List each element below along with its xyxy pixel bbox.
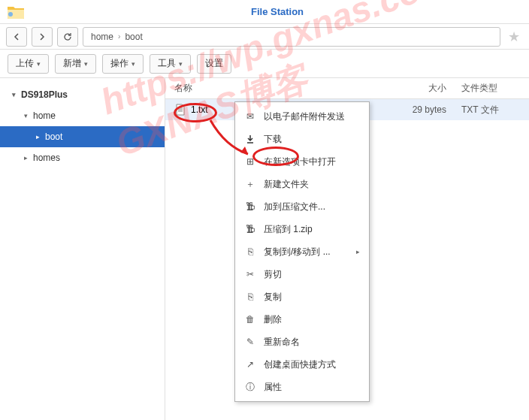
menu-shortcut[interactable]: ↗创建桌面快捷方式 xyxy=(235,353,369,376)
column-type[interactable]: 文件类型 xyxy=(454,82,529,95)
tree-root[interactable]: ▾ DS918Plus xyxy=(0,84,165,105)
tree-boot[interactable]: ▸ boot xyxy=(0,126,165,147)
app-title: File Station xyxy=(26,6,529,17)
archive-icon: 🗜 xyxy=(244,201,256,213)
chevron-right-icon: › xyxy=(118,32,120,41)
menu-rename[interactable]: ✎重新命名 xyxy=(235,331,369,353)
back-button[interactable] xyxy=(6,27,27,47)
tools-button[interactable]: 工具▾ xyxy=(150,54,191,74)
trash-icon: 🗑 xyxy=(244,313,256,325)
download-icon xyxy=(244,133,256,145)
plus-box-icon: ⊞ xyxy=(244,156,256,168)
text-file-icon xyxy=(174,104,186,116)
new-button[interactable]: 新增▾ xyxy=(55,54,96,74)
file-list: 名称 大小 文件类型 1.txt 29 bytes TXT 文件 ✉以电子邮件附… xyxy=(165,78,529,420)
menu-copy[interactable]: ⎘复制 xyxy=(235,286,369,308)
cut-icon: ✂ xyxy=(244,268,256,280)
chevron-right-icon: ▸ xyxy=(356,248,360,255)
chevron-right-icon: ▸ xyxy=(33,133,42,141)
menu-open-new-tab[interactable]: ⊞在新选项卡中打开 xyxy=(235,150,369,173)
tree-home[interactable]: ▾ home xyxy=(0,105,165,126)
file-size: 29 bytes xyxy=(394,104,454,115)
menu-cut[interactable]: ✂剪切 xyxy=(235,263,369,286)
menu-copy-move[interactable]: ⎘复制到/移动到 ...▸ xyxy=(235,240,369,263)
chevron-right-icon: ▸ xyxy=(21,154,30,162)
settings-button[interactable]: 设置 xyxy=(197,54,231,74)
menu-send-email[interactable]: ✉以电子邮件附件发送 xyxy=(235,105,369,128)
menu-add-archive[interactable]: 🗜加到压缩文件... xyxy=(235,195,369,218)
archive-icon: 🗜 xyxy=(244,223,256,235)
chevron-down-icon: ▾ xyxy=(9,91,18,98)
plus-icon: ＋ xyxy=(244,178,256,190)
breadcrumb: home › boot xyxy=(83,27,500,47)
menu-compress-to[interactable]: 🗜压缩到 1.zip xyxy=(235,218,369,240)
star-icon[interactable]: ★ xyxy=(505,29,523,45)
link-icon: ↗ xyxy=(244,358,256,370)
column-name[interactable]: 名称 xyxy=(165,82,394,95)
move-icon: ⎘ xyxy=(244,246,256,258)
breadcrumb-boot[interactable]: boot xyxy=(125,32,142,42)
action-button[interactable]: 操作▾ xyxy=(102,54,144,74)
context-menu: ✉以电子邮件附件发送 下载 ⊞在新选项卡中打开 ＋新建文件夹 🗜加到压缩文件..… xyxy=(234,101,370,402)
app-folder-icon xyxy=(6,4,26,20)
svg-point-0 xyxy=(8,12,13,17)
menu-delete[interactable]: 🗑删除 xyxy=(235,308,369,331)
file-name: 1.txt xyxy=(191,104,208,115)
menu-download[interactable]: 下载 xyxy=(235,128,369,150)
upload-button[interactable]: 上传▾ xyxy=(8,54,49,74)
menu-properties[interactable]: ⓘ属性 xyxy=(235,376,369,398)
refresh-button[interactable] xyxy=(57,27,78,47)
copy-icon: ⎘ xyxy=(244,291,256,303)
mail-icon: ✉ xyxy=(244,110,256,122)
sidebar: ▾ DS918Plus ▾ home ▸ boot ▸ homes xyxy=(0,78,165,420)
info-icon: ⓘ xyxy=(244,381,256,393)
file-type: TXT 文件 xyxy=(454,104,529,116)
column-size[interactable]: 大小 xyxy=(394,82,454,95)
breadcrumb-home[interactable]: home xyxy=(91,32,113,42)
menu-new-folder[interactable]: ＋新建文件夹 xyxy=(235,173,369,195)
forward-button[interactable] xyxy=(32,27,53,47)
edit-icon: ✎ xyxy=(244,336,256,348)
tree-homes[interactable]: ▸ homes xyxy=(0,147,165,168)
chevron-down-icon: ▾ xyxy=(21,112,30,119)
